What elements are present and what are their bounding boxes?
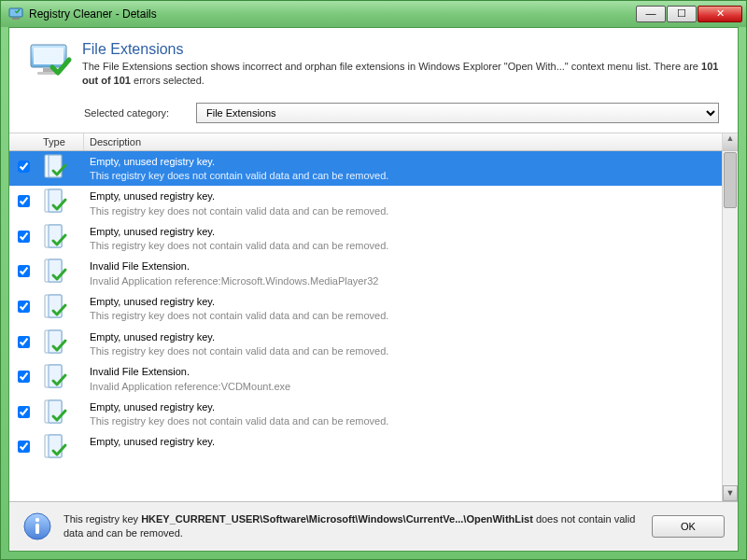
row-checkbox[interactable] [18,371,30,383]
table-row[interactable]: Empty, unused registry key.This registry… [9,327,722,362]
file-check-icon [37,223,84,253]
table-row[interactable]: Empty, unused registry key. [9,431,722,465]
row-checkbox[interactable] [18,161,30,173]
file-check-icon [37,188,84,217]
row-checkbox-cell [9,188,37,207]
row-sub: This registry key does not contain valid… [90,239,716,252]
svg-rect-0 [9,8,22,17]
row-checkbox[interactable] [18,265,30,277]
table-row[interactable]: Empty, unused registry key.This registry… [9,221,722,257]
titlebar[interactable]: Registry Cleaner - Details — ☐ ✕ [1,1,746,27]
minimize-button[interactable]: — [636,6,666,22]
row-title: Empty, unused registry key. [90,400,716,413]
row-sub: Invalid Application reference:VCDMount.e… [90,380,716,393]
row-sub: This registry key does not contain valid… [90,344,716,357]
svg-point-25 [35,518,39,522]
svg-rect-26 [35,524,39,534]
footer-panel: This registry key HKEY_CURRENT_USER\Soft… [9,501,738,551]
row-checkbox-cell [9,363,37,383]
file-check-icon [37,363,84,393]
row-description: Invalid File Extension.Invalid Applicati… [84,258,722,289]
row-checkbox[interactable] [18,441,30,453]
col-checkbox [9,133,37,150]
close-button[interactable]: ✕ [698,6,742,22]
info-icon [22,511,52,541]
row-description: Empty, unused registry key.This registry… [84,153,722,185]
app-icon [8,7,23,21]
scroll-down-button[interactable]: ▼ [723,485,738,501]
file-check-icon [37,399,84,428]
desc-part-a: The File Extensions section shows incorr… [82,61,701,72]
ok-button[interactable]: OK [652,515,725,538]
row-sub: This registry key does not contain valid… [90,204,716,217]
table-row[interactable]: Empty, unused registry key.This registry… [9,151,722,187]
col-type[interactable]: Type [37,133,84,150]
table-row[interactable]: Empty, unused registry key.This registry… [9,397,722,432]
row-checkbox[interactable] [18,301,30,313]
monitor-check-icon [28,41,73,82]
footer-text: This registry key HKEY_CURRENT_USER\Soft… [63,512,641,540]
header-text: File Extensions The File Extensions sect… [82,41,719,88]
window-controls: — ☐ ✕ [635,6,742,22]
footer-regkey: HKEY_CURRENT_USER\Software\Microsoft\Win… [141,513,533,525]
category-select[interactable]: File Extensions [196,103,719,123]
file-check-icon [37,258,84,287]
row-title: Empty, unused registry key. [90,330,716,343]
row-title: Invalid File Extension. [90,365,716,378]
svg-rect-3 [34,48,63,64]
file-check-icon [37,293,84,323]
list-wrap: Empty, unused registry key.This registry… [9,151,738,501]
svg-rect-1 [12,18,20,20]
scrollbar[interactable]: ▼ [722,151,738,501]
row-checkbox[interactable] [18,231,30,243]
table-row[interactable]: Empty, unused registry key.This registry… [9,291,722,327]
window-title: Registry Cleaner - Details [29,7,635,21]
row-checkbox-cell [9,223,37,243]
table-row[interactable]: Invalid File Extension.Invalid Applicati… [9,256,722,291]
footer-pre: This registry key [63,513,141,525]
row-description: Empty, unused registry key.This registry… [84,188,722,219]
row-checkbox-cell [9,258,37,277]
row-description: Empty, unused registry key. [84,433,722,451]
table-row[interactable]: Empty, unused registry key.This registry… [9,186,722,221]
header-panel: File Extensions The File Extensions sect… [9,28,738,97]
row-checkbox[interactable] [18,195,30,207]
row-sub: Invalid Application reference:Microsoft.… [90,274,716,287]
category-row: Selected category: File Extensions [9,97,738,133]
row-sub: This registry key does not contain valid… [90,414,716,427]
desc-part-c: errors selected. [131,75,204,86]
page-title: File Extensions [82,41,719,58]
table-row[interactable]: Invalid File Extension.Invalid Applicati… [9,361,722,397]
row-checkbox-cell [9,153,37,173]
row-checkbox[interactable] [18,406,30,418]
row-title: Empty, unused registry key. [90,155,716,168]
row-description: Invalid File Extension.Invalid Applicati… [84,363,722,395]
window: Registry Cleaner - Details — ☐ ✕ File Ex… [0,0,747,560]
client-area: File Extensions The File Extensions sect… [8,27,739,552]
row-checkbox-cell [9,433,37,453]
file-check-icon [37,433,84,463]
row-checkbox-cell [9,293,37,313]
scroll-thumb[interactable] [724,152,737,208]
category-label: Selected category: [84,107,196,119]
row-title: Empty, unused registry key. [90,295,716,308]
row-checkbox-cell [9,399,37,418]
row-title: Empty, unused registry key. [90,225,716,238]
maximize-button[interactable]: ☐ [667,6,697,22]
scroll-track[interactable] [723,209,738,485]
col-description[interactable]: Description [84,133,722,150]
file-check-icon [37,329,84,358]
row-description: Empty, unused registry key.This registry… [84,329,722,360]
row-description: Empty, unused registry key.This registry… [84,399,722,430]
row-checkbox[interactable] [18,336,30,348]
error-list[interactable]: Empty, unused registry key.This registry… [9,151,722,501]
page-description: The File Extensions section shows incorr… [82,60,719,88]
row-sub: This registry key does not contain valid… [90,309,716,322]
row-description: Empty, unused registry key.This registry… [84,223,722,255]
row-title: Empty, unused registry key. [90,189,716,203]
row-title: Empty, unused registry key. [90,435,716,448]
column-headers: Type Description ▲ [9,133,738,151]
row-title: Invalid File Extension. [90,259,716,273]
scroll-up-button[interactable]: ▲ [722,133,738,150]
row-sub: This registry key does not contain valid… [90,169,716,182]
